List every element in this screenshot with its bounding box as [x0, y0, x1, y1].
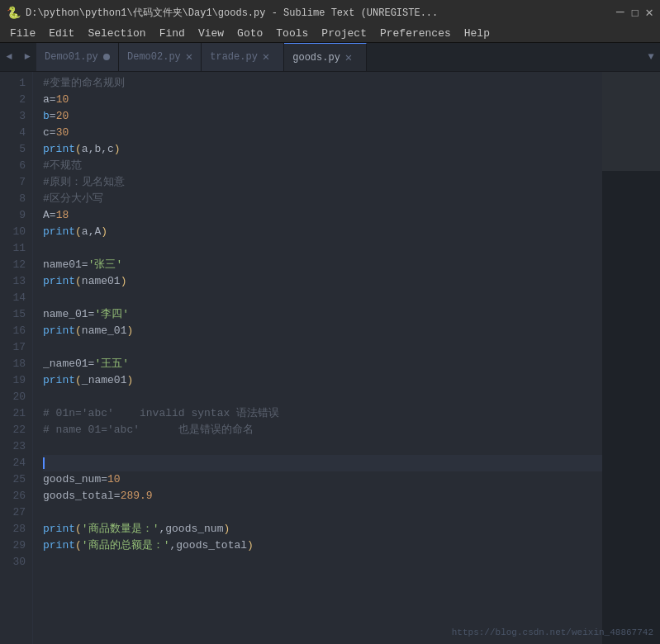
line-numbers: 1234567891011121314151617181920212223242…: [0, 72, 33, 644]
code-line: c=30: [43, 125, 602, 141]
tab-overflow-menu[interactable]: ▼: [642, 43, 660, 71]
code-line: _name01='王五': [43, 356, 602, 372]
tab-demo02[interactable]: Demo02.py ✕: [119, 43, 202, 71]
minimap-content: [602, 72, 660, 644]
line-number: 20: [0, 389, 26, 405]
line-number: 23: [0, 438, 26, 455]
code-line: #不规范: [43, 158, 602, 174]
menu-item-preferences[interactable]: Preferences: [373, 26, 458, 41]
code-line: # 01n='abc' invalid syntax 语法错误: [43, 405, 602, 422]
code-line: #变量的命名规则: [43, 75, 602, 92]
close-button[interactable]: ✕: [645, 4, 653, 21]
tab-trade[interactable]: trade.py ✕: [202, 43, 284, 71]
menu-item-edit[interactable]: Edit: [42, 26, 81, 41]
code-line: print(name01): [43, 273, 602, 290]
code-line: A=18: [43, 207, 602, 224]
tab-close-button[interactable]: ✕: [345, 52, 352, 64]
code-line: name01='张三': [43, 257, 602, 273]
tab-scroll-right[interactable]: ►: [18, 43, 36, 71]
line-number: 30: [0, 554, 26, 571]
tab-close-button[interactable]: ✕: [186, 51, 192, 63]
minimap-viewport: [602, 72, 660, 171]
line-number: 7: [0, 174, 26, 191]
maximize-button[interactable]: ☐: [631, 4, 639, 21]
code-line: [43, 240, 602, 257]
menu-item-goto[interactable]: Goto: [230, 26, 269, 41]
menu-item-view[interactable]: View: [192, 26, 230, 41]
line-number: 21: [0, 405, 26, 422]
code-line: # name 01='abc' 也是错误的命名: [43, 422, 602, 438]
code-line: print(a,A): [43, 224, 602, 240]
code-line: [43, 389, 602, 405]
code-line: a=10: [43, 92, 602, 108]
tab-label: trade.py: [210, 51, 258, 63]
line-number: 15: [0, 306, 26, 323]
line-number: 8: [0, 191, 26, 207]
line-number: 25: [0, 471, 26, 488]
line-number: 5: [0, 141, 26, 158]
line-number: 13: [0, 273, 26, 290]
menu-item-find[interactable]: Find: [153, 26, 192, 41]
editor-area: 1234567891011121314151617181920212223242…: [0, 72, 660, 644]
code-line: b=20: [43, 108, 602, 125]
menu-item-tools[interactable]: Tools: [269, 26, 315, 41]
line-number: 28: [0, 521, 26, 537]
line-number: 29: [0, 537, 26, 554]
tab-label: Demo02.py: [127, 51, 181, 63]
title-bar: 🐍 D:\python\python1\代码文件夹\Day1\goods.py …: [0, 0, 660, 25]
line-number: 1: [0, 75, 26, 92]
code-line: #区分大小写: [43, 191, 602, 207]
code-line: print('商品数量是：',goods_num): [43, 521, 602, 537]
code-line: [43, 339, 602, 356]
line-number: 11: [0, 240, 26, 257]
line-number: 6: [0, 158, 26, 174]
line-number: 3: [0, 108, 26, 125]
code-line: print(name_01): [43, 323, 602, 339]
line-number: 16: [0, 323, 26, 339]
line-number: 14: [0, 290, 26, 306]
menu-item-file[interactable]: File: [3, 26, 42, 41]
line-number: 9: [0, 207, 26, 224]
menu-item-help[interactable]: Help: [458, 26, 496, 41]
code-line: #原则：见名知意: [43, 174, 602, 191]
line-number: 4: [0, 125, 26, 141]
line-number: 17: [0, 339, 26, 356]
line-number: 19: [0, 372, 26, 389]
code-area[interactable]: #变量的命名规则a=10b=20c=30print(a,b,c)#不规范#原则：…: [33, 72, 602, 644]
tab-close-button[interactable]: ✕: [263, 51, 269, 63]
tab-demo01[interactable]: Demo01.py: [36, 43, 119, 71]
line-number: 2: [0, 92, 26, 108]
code-line: [43, 504, 602, 521]
tab-label: Demo01.py: [45, 51, 98, 63]
code-line: print(a,b,c): [43, 141, 602, 158]
code-line: [43, 554, 602, 571]
code-line: [43, 455, 602, 471]
line-number: 24: [0, 455, 26, 471]
code-line: goods_total=289.9: [43, 488, 602, 504]
line-number: 12: [0, 257, 26, 273]
minimap: [602, 72, 660, 644]
menu-item-selection[interactable]: Selection: [81, 26, 152, 41]
code-line: print(_name01): [43, 372, 602, 389]
code-line: [43, 290, 602, 306]
window-controls: — ☐ ✕: [616, 4, 653, 21]
menu-bar: FileEditSelectionFindViewGotoToolsProjec…: [0, 25, 660, 43]
line-number: 27: [0, 504, 26, 521]
code-line: goods_num=10: [43, 471, 602, 488]
code-line: [43, 438, 602, 455]
tab-scroll-left[interactable]: ◄: [0, 43, 18, 71]
line-number: 18: [0, 356, 26, 372]
minimize-button[interactable]: —: [616, 5, 624, 20]
line-number: 22: [0, 422, 26, 438]
window-title: D:\python\python1\代码文件夹\Day1\goods.py - …: [26, 6, 616, 20]
line-number: 26: [0, 488, 26, 504]
tab-goods[interactable]: goods.py ✕: [284, 43, 367, 71]
line-number: 10: [0, 224, 26, 240]
app-icon: 🐍: [7, 6, 21, 20]
menu-item-project[interactable]: Project: [315, 26, 373, 41]
tab-label: goods.py: [292, 52, 340, 64]
tab-bar: ◄ ► Demo01.py Demo02.py ✕ trade.py ✕ goo…: [0, 43, 660, 72]
code-line: print('商品的总额是：',goods_total): [43, 537, 602, 554]
tab-dirty-indicator: [103, 54, 110, 60]
code-line: name_01='李四': [43, 306, 602, 323]
